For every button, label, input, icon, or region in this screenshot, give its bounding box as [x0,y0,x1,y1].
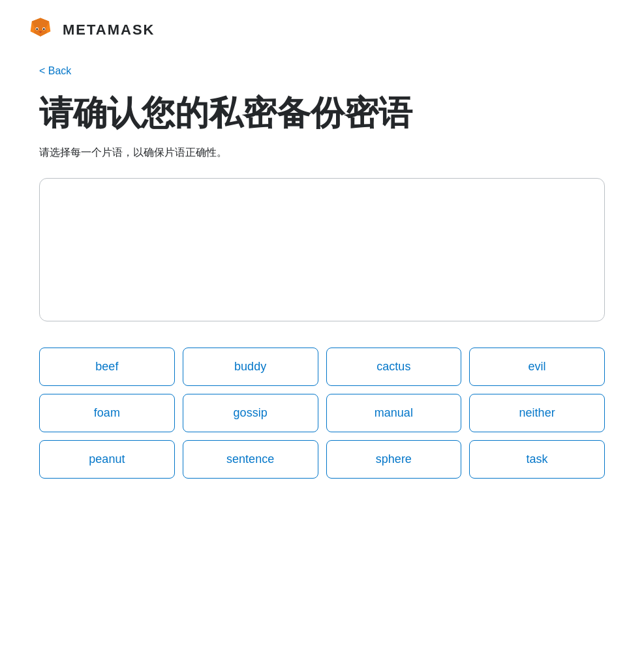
phrase-drop-area[interactable] [39,178,605,321]
metamask-logo-icon [26,16,55,44]
word-chip-word-8[interactable]: neither [469,394,605,432]
app-title: METAMASK [63,22,155,38]
word-chip-word-4[interactable]: evil [469,348,605,386]
word-chip-word-6[interactable]: gossip [183,394,318,432]
svg-point-9 [43,28,45,30]
page-title: 请确认您的私密备份密语 [39,93,605,133]
word-chip-word-12[interactable]: task [469,440,605,479]
word-chip-word-10[interactable]: sentence [183,440,318,479]
word-chip-word-7[interactable]: manual [326,394,462,432]
word-grid: beefbuddycactusevilfoamgossipmanualneith… [39,348,605,479]
svg-point-8 [36,28,38,30]
header: METAMASK [0,0,644,55]
word-chip-word-2[interactable]: buddy [183,348,318,386]
word-chip-word-11[interactable]: sphere [326,440,462,479]
word-chip-word-5[interactable]: foam [39,394,175,432]
word-chip-word-1[interactable]: beef [39,348,175,386]
word-chip-word-3[interactable]: cactus [326,348,462,386]
main-content: < Back 请确认您的私密备份密语 请选择每一个片语，以确保片语正确性。 be… [0,55,644,505]
page-subtitle: 请选择每一个片语，以确保片语正确性。 [39,146,605,160]
back-link[interactable]: < Back [39,65,71,77]
word-chip-word-9[interactable]: peanut [39,440,175,479]
